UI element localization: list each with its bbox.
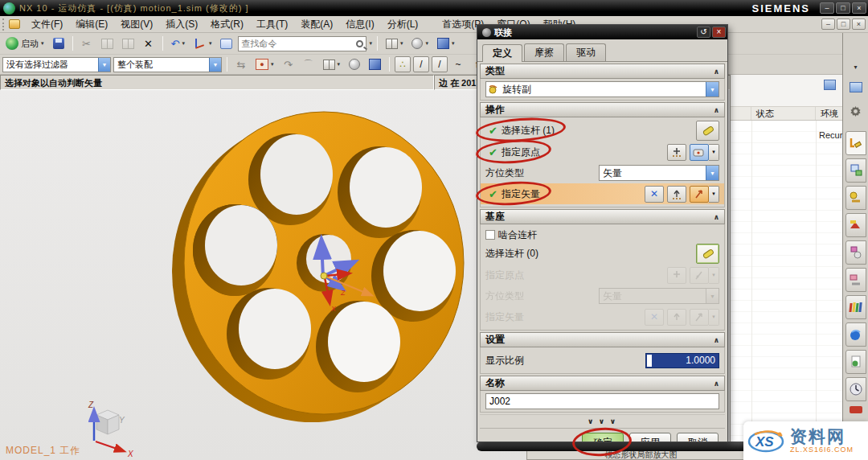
motion-navigator-tab[interactable] — [845, 213, 866, 237]
bottom-clipped-button[interactable]: 模态形状局部放大图 — [526, 450, 755, 460]
menu-assemblies[interactable]: 装配(A) — [294, 16, 339, 33]
mdi-restore-button[interactable]: □ — [837, 18, 850, 30]
search-input[interactable] — [241, 39, 356, 48]
menu-view[interactable]: 视图(V) — [114, 16, 159, 33]
menu-analysis[interactable]: 分析(L) — [381, 16, 425, 33]
orientation-type-dropdown[interactable]: 矢量 ▼ — [599, 165, 719, 181]
joint-type-dropdown[interactable]: 旋转副 ▼ — [485, 81, 719, 97]
command-search[interactable] — [238, 36, 366, 51]
dialog-rail[interactable] — [477, 442, 755, 451]
csys-origin-handle[interactable] — [321, 273, 327, 279]
shade-select-button[interactable] — [366, 55, 384, 73]
base-select-link-button[interactable] — [696, 244, 719, 264]
display-scale-field[interactable]: 1.0000 — [645, 353, 719, 368]
name-column-header[interactable] — [731, 107, 751, 120]
base-orientation-type-dropdown[interactable]: 矢量 ▼ — [599, 288, 719, 304]
status-column-header[interactable]: 状态 — [751, 107, 816, 120]
base-point-dialog-button[interactable] — [667, 267, 686, 284]
ok-button[interactable]: 确定 — [582, 433, 624, 442]
delete-button[interactable]: ✕ — [140, 35, 158, 52]
mdi-minimize-button[interactable]: – — [821, 18, 835, 30]
tab-friction[interactable]: 摩擦 — [524, 43, 564, 61]
snap-point-cluster-toggle[interactable]: ∴ — [395, 56, 411, 72]
vector-dialog-button[interactable] — [667, 186, 686, 203]
menu-tools[interactable]: 工具(T) — [250, 16, 294, 33]
dialog-titlebar[interactable]: 联接 ↺ × — [477, 25, 727, 39]
undo-button[interactable]: ↶▾ — [168, 35, 188, 52]
snap-point-settings-button[interactable]: ●▾ — [252, 55, 277, 73]
mdi-close-button[interactable]: × — [852, 18, 866, 30]
base-vector-picker-button[interactable] — [690, 309, 709, 326]
snap-link-checkbox[interactable] — [485, 230, 495, 240]
internet-browser-tab[interactable] — [845, 322, 866, 347]
search-options-arrow[interactable]: ▾ — [369, 40, 372, 47]
library-books-tab[interactable] — [845, 295, 866, 319]
toolbar-overflow-arrow[interactable]: ▾ — [854, 64, 857, 71]
selection-scope-dropdown[interactable]: 整个装配 ▼ — [113, 57, 222, 72]
menu-edit[interactable]: 编辑(E) — [69, 16, 114, 33]
save-button[interactable] — [50, 35, 68, 52]
navigator-tree[interactable]: RecurD — [731, 121, 842, 448]
section-settings-header[interactable]: 设置 ∧ — [480, 332, 725, 347]
section-base-header[interactable]: 基座 ∧ — [480, 209, 725, 224]
tab-driver[interactable]: 驱动 — [566, 43, 606, 61]
reuse-library-tab[interactable] — [845, 240, 866, 265]
system-scenes-tab[interactable] — [845, 377, 866, 401]
copy-button[interactable] — [98, 35, 117, 52]
section-action-header[interactable]: 操作 ∧ — [480, 102, 725, 117]
inverse-direction-button[interactable]: ✕ — [645, 186, 664, 203]
base-point-picker-button[interactable] — [690, 267, 709, 284]
dialog-reset-button[interactable]: ↺ — [697, 27, 710, 38]
menu-insert[interactable]: 插入(S) — [159, 16, 204, 33]
face-rule-button[interactable]: ⌒ — [300, 55, 317, 73]
view-orientation-button[interactable]: ▾ — [434, 35, 458, 52]
menu-file[interactable]: 文件(F) — [25, 16, 69, 33]
window-layout-button[interactable]: ▾ — [383, 35, 407, 52]
highlight-button[interactable] — [346, 55, 363, 73]
apply-button[interactable]: 应用 — [629, 433, 671, 442]
render-style-button[interactable]: ▾ — [408, 35, 432, 52]
section-type-header[interactable]: 类型 ∧ — [480, 64, 725, 79]
menu-information[interactable]: 信息(I) — [339, 16, 380, 33]
roles-gear-icon[interactable] — [850, 105, 862, 120]
minimize-button[interactable]: – — [820, 2, 834, 14]
base-vector-options-arrow[interactable]: ▼ — [709, 309, 719, 326]
snap-midpoint-toggle[interactable]: / — [432, 56, 448, 72]
selection-filter-dropdown[interactable]: 没有选择过滤器 ▼ — [2, 57, 111, 72]
select-link-button[interactable] — [696, 121, 719, 141]
orient-view-button[interactable]: ▾ — [190, 35, 215, 52]
rectangle-select-button[interactable]: ▾ — [320, 55, 344, 73]
vector-options-arrow[interactable]: ▼ — [709, 186, 719, 203]
menu-format[interactable]: 格式(R) — [204, 16, 250, 33]
cancel-button[interactable]: 取消 — [677, 433, 719, 442]
hd3d-tools-tab[interactable] — [845, 268, 866, 292]
base-point-options-arrow[interactable]: ▼ — [709, 267, 719, 284]
base-inverse-direction-button[interactable]: ✕ — [645, 309, 664, 326]
assembly-navigator-tab[interactable] — [845, 131, 866, 155]
dialog-close-button[interactable]: × — [712, 27, 726, 38]
point-picker-button[interactable] — [690, 144, 709, 161]
start-menu-button[interactable]: 启动 ▾ — [2, 35, 47, 52]
section-name-header[interactable]: 名称 ∧ — [480, 376, 725, 391]
environment-column-header[interactable]: 环境 — [816, 107, 842, 120]
curve-rule-button[interactable]: ↷ — [280, 55, 297, 73]
paste-button[interactable] — [119, 35, 137, 52]
base-vector-dialog-button[interactable] — [667, 309, 686, 326]
window-icon[interactable] — [850, 82, 862, 92]
cut-button[interactable]: ✂ — [78, 35, 96, 52]
point-dialog-button[interactable] — [667, 144, 686, 161]
snap-curve-toggle[interactable]: ~ — [450, 56, 466, 72]
close-button[interactable]: × — [852, 2, 866, 14]
point-options-arrow[interactable]: ▼ — [709, 144, 719, 161]
interpart-link-button[interactable]: ⇆ — [232, 55, 250, 73]
restore-button[interactable]: □ — [836, 2, 850, 14]
joint-name-input[interactable] — [485, 393, 719, 409]
history-palette-tab[interactable] — [845, 350, 866, 374]
constraint-navigator-tab[interactable] — [845, 158, 866, 183]
tab-definition[interactable]: 定义 — [482, 44, 522, 62]
snap-endpoint-toggle[interactable]: / — [413, 56, 429, 72]
part-navigator-tab[interactable] — [845, 186, 866, 210]
sketch-button[interactable] — [217, 35, 235, 52]
vector-picker-button[interactable] — [690, 186, 709, 203]
wheel-model[interactable] — [172, 112, 464, 422]
